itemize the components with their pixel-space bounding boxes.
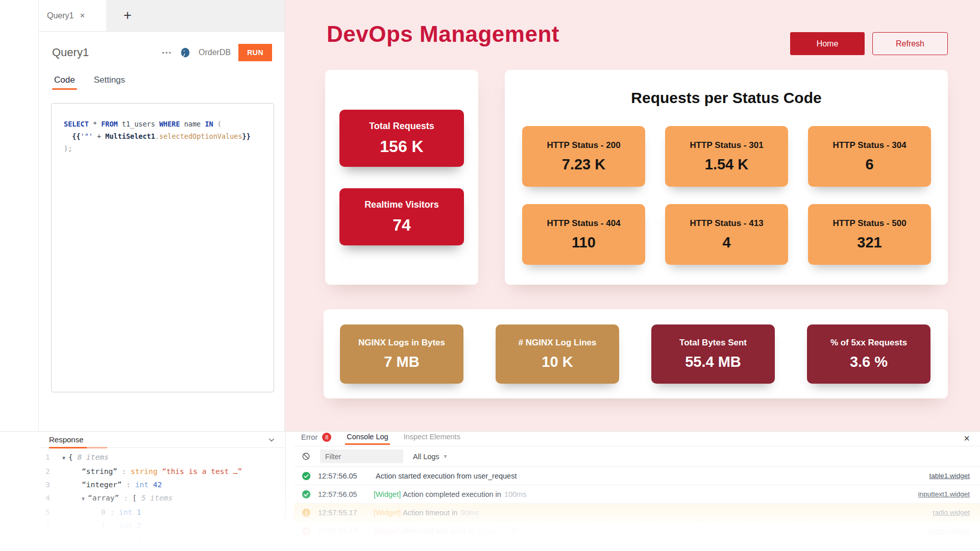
code-token: FROM <box>101 120 118 128</box>
json-content: ▼ “array” : [ 5 items <box>58 491 173 506</box>
json-token: int <box>135 481 149 489</box>
close-tab-icon[interactable]: × <box>80 11 85 20</box>
response-json-tree[interactable]: 1▼ { 8 items2“string” : string “this is … <box>39 448 285 545</box>
code-token: MultiSelect1 <box>105 132 155 140</box>
json-token: : <box>122 481 135 489</box>
warning-icon <box>302 508 311 517</box>
json-token: int <box>119 508 132 516</box>
json-token: : <box>119 494 132 502</box>
run-button[interactable]: RUN <box>238 44 272 61</box>
code-token <box>64 132 72 140</box>
chevron-down-icon[interactable] <box>268 436 275 443</box>
log-duration: 100ms <box>504 490 527 498</box>
tab-query1[interactable]: Query1 × <box>39 0 106 31</box>
stat-http-413: HTTP Status - 413 4 <box>665 204 788 265</box>
log-message: Action started execution from user_reque… <box>374 472 518 480</box>
tab-label: Query1 <box>47 11 74 20</box>
stat-label: Realtime Visitors <box>364 199 439 210</box>
stat-value: 55.4 MB <box>685 354 741 370</box>
log-level-dropdown[interactable]: All Logs ▼ <box>413 453 448 461</box>
log-message-text: Action started execution from user_reque… <box>376 472 517 480</box>
line-number: 4 <box>39 491 58 506</box>
nginx-stats-container: NGINX Logs in Bytes 7 MB # NGINX Log Lin… <box>324 309 948 398</box>
code-token: ( <box>213 120 222 128</box>
log-prefix: [Widget] <box>374 527 401 535</box>
code-token: . <box>155 132 159 140</box>
console-tabs: Error 8 Console Log Inspect Elements × <box>294 432 980 446</box>
status-codes-container: Requests per Status Code HTTP Status - 2… <box>505 70 948 285</box>
tab-code[interactable]: Code <box>54 75 75 90</box>
stat-label: HTTP Status - 200 <box>547 140 620 151</box>
json-token: string <box>131 467 157 475</box>
log-message: [Widget]Action timeout in 90ms <box>374 509 479 517</box>
stat-value: 321 <box>857 234 881 251</box>
home-button[interactable]: Home <box>790 32 865 55</box>
json-token: “this is a test …” <box>157 467 242 475</box>
stat-http-200: HTTP Status - 200 7.23 K <box>522 126 645 187</box>
console-filter-row: All Logs ▼ <box>294 446 980 466</box>
sql-code-editor[interactable]: SELECT * FROM t1_users WHERE name IN ( {… <box>51 103 274 392</box>
widget-link[interactable]: inputtext1.widget <box>918 490 970 498</box>
widget-link[interactable]: table1.widget <box>929 472 970 480</box>
stat-5xx-percent: % of 5xx Requests 3.6 % <box>807 324 930 384</box>
more-menu-icon[interactable]: ••• <box>162 49 172 57</box>
log-prefix: [Widget] <box>374 490 401 498</box>
json-line: 61 : int 2 <box>39 519 285 532</box>
code-token: name <box>180 120 205 128</box>
bell-icon <box>510 528 518 535</box>
stat-label: Total Requests <box>369 121 434 132</box>
nginx-stats-grid: NGINX Logs in Bytes 7 MB # NGINX Log Lin… <box>340 324 930 384</box>
line-number: 5 <box>39 506 58 519</box>
stat-value: 6 <box>865 156 873 173</box>
json-token: : <box>117 467 131 475</box>
stat-nginx-bytes: NGINX Logs in Bytes 7 MB <box>340 324 463 384</box>
tab-error[interactable]: Error 8 <box>301 433 331 446</box>
tab-console-log[interactable]: Console Log <box>347 433 388 445</box>
code-token: WHERE <box>159 120 180 128</box>
log-duration: 100ms <box>477 527 500 535</box>
json-token: [ <box>132 494 141 502</box>
stat-total-requests: Total Requests 156 K <box>339 110 464 167</box>
new-tab-button[interactable]: + <box>124 8 132 23</box>
page-title: DevOps Management <box>327 21 559 47</box>
close-icon[interactable]: × <box>964 433 970 443</box>
clear-logs-icon[interactable] <box>302 452 310 461</box>
json-token: : <box>106 508 119 516</box>
code-line: SELECT * FROM t1_users WHERE name IN ( <box>64 118 270 130</box>
stat-label: % of 5xx Requests <box>830 338 907 348</box>
error-icon <box>302 527 311 536</box>
postgresql-icon <box>180 47 191 58</box>
code-token: * <box>89 120 101 128</box>
log-duration: 90ms <box>460 509 478 517</box>
json-token: 5 items <box>141 494 173 502</box>
filter-input[interactable] <box>320 449 403 463</box>
tab-inspect-elements[interactable]: Inspect Elements <box>404 433 460 445</box>
stat-label: # NGINX Log Lines <box>518 338 596 348</box>
success-icon <box>302 490 311 499</box>
json-token: “array” <box>88 494 119 502</box>
stat-label: HTTP Status - 500 <box>832 218 906 229</box>
stat-http-304: HTTP Status - 304 6 <box>808 126 931 187</box>
log-message: [Widget]Action completed execution in 10… <box>374 490 526 498</box>
json-token: 1 <box>101 521 106 530</box>
datasource-name[interactable]: OrderDB <box>199 48 231 57</box>
tab-settings[interactable]: Settings <box>94 75 125 90</box>
log-timestamp: 12:57:56.05 <box>318 472 366 480</box>
widget-link[interactable]: button.widget <box>929 527 970 535</box>
stat-label: HTTP Status - 301 <box>690 140 763 151</box>
code-token: SELECT <box>64 120 89 128</box>
stat-realtime-visitors: Realtime Visitors 74 <box>339 188 464 245</box>
json-line: 3“integer” : int 42 <box>39 478 285 491</box>
log-prefix: [Widget] <box>374 509 401 517</box>
line-number: 6 <box>39 519 58 532</box>
stat-http-404: HTTP Status - 404 110 <box>522 204 645 265</box>
stat-label: HTTP Status - 404 <box>547 218 620 229</box>
widget-link[interactable]: radio.widget <box>933 509 970 516</box>
bottom-panels: Response 1▼ { 8 items2“string” : string … <box>0 431 980 551</box>
debug-console-panel: Error 8 Console Log Inspect Elements × A… <box>294 432 980 551</box>
log-row: 12:57:56.05 Action started execution fro… <box>294 466 980 485</box>
code-token: ); <box>64 144 72 153</box>
json-token: 1 <box>132 508 141 516</box>
code-token: {{ <box>72 132 80 140</box>
refresh-button[interactable]: Refresh <box>872 32 948 55</box>
